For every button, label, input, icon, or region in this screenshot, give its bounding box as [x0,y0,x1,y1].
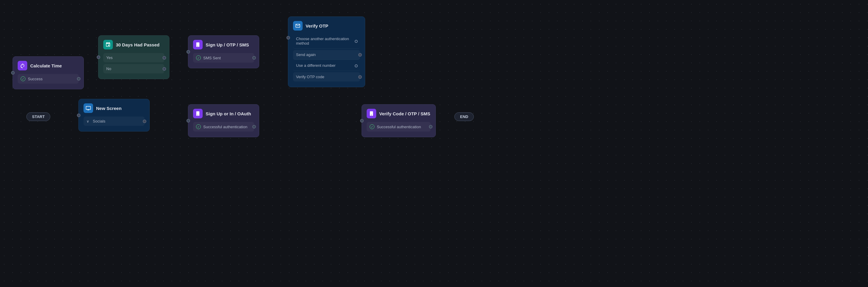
connections-layer: .conn { fill: none; stroke: #4a5568; str… [0,0,90,45]
oauth-success-label: Successful authentication [203,125,247,129]
check-icon-sms: ✓ [196,55,201,60]
diff-number-row[interactable]: Use a different number [293,61,360,71]
flow-canvas[interactable]: .conn { fill: none; stroke: #4a5568; str… [0,0,868,287]
socials-row[interactable]: ∨ Socials [84,117,145,126]
days-passed-node[interactable]: 30 Days Had Passed Yes No [98,35,169,79]
calculate-time-title: Calculate Time [30,63,62,68]
days-yes-row[interactable]: Yes [103,53,164,62]
diff-number-label: Use a different number [296,63,336,68]
end-label: END [460,114,468,119]
verify-code-success-row[interactable]: ✓ Successful authentication [367,122,431,132]
verify-otp-icon [293,21,303,31]
verify-code-success-label: Successful authentication [377,125,421,129]
end-pill: END [454,112,474,121]
yes-label: Yes [106,55,113,60]
signup-otp-title: Sign Up / OTP / SMS [206,42,249,47]
verify-otp-title: Verify OTP [306,23,328,28]
oauth-header: Sign Up or In / OAuth [193,109,254,118]
socials-label: Socials [93,119,105,123]
port-sms-right [252,56,256,60]
oauth-node[interactable]: Sign Up or In / OAuth ✓ Successful authe… [188,104,259,137]
port-socials-right [143,119,146,123]
new-screen-port-left [77,114,81,117]
signup-otp-icon [193,40,203,50]
verify-code-icon [367,109,376,118]
days-passed-title: 30 Days Had Passed [116,42,159,47]
port-yes-right [162,56,166,60]
new-screen-header: New Screen [84,103,145,113]
verify-otp-header: Verify OTP [293,21,360,31]
start-pill: START [26,112,50,121]
port-no-right [162,67,166,71]
no-label: No [106,66,111,71]
verify-code-node[interactable]: Verify Code / OTP / SMS ✓ Successful aut… [362,104,436,137]
port-oauth-right [252,125,256,128]
send-again-row[interactable]: Send again [293,50,360,60]
verify-otp-node[interactable]: Verify OTP Choose another authentication… [288,17,365,87]
sms-sent-row[interactable]: ✓ SMS Sent [193,53,254,63]
check-icon: ✓ [21,77,26,81]
port-verify-code-right [429,125,433,128]
days-no-row[interactable]: No [103,64,164,74]
signup-otp-node[interactable]: Sign Up / OTP / SMS ✓ SMS Sent [188,35,259,68]
port-success-right [77,77,81,81]
calculate-time-header: Calculate Time [18,61,79,70]
oauth-icon [193,109,203,118]
calculate-time-icon [18,61,27,70]
days-passed-header: 30 Days Had Passed [103,40,164,50]
signup-otp-header: Sign Up / OTP / SMS [193,40,254,50]
days-icon [103,40,113,50]
radio-choose-auth [355,40,358,43]
success-label: Success [28,77,42,81]
choose-auth-row[interactable]: Choose another authentication method [293,34,360,49]
new-screen-icon [84,103,93,113]
check-icon-verify: ✓ [370,124,374,129]
choose-auth-label: Choose another authentication method [296,36,357,46]
radio-diff-number [355,64,358,67]
port-send-again [358,53,362,57]
verify-code-title: Verify Code / OTP / SMS [379,111,430,116]
verify-code-header: Verify Code / OTP / SMS [367,109,431,118]
calculate-time-node[interactable]: Calculate Time ✓ Success [12,56,84,89]
signup-otp-port-left [186,50,190,54]
days-port-left [97,55,100,59]
new-screen-node[interactable]: New Screen ∨ Socials [79,99,150,132]
send-again-label: Send again [296,52,316,57]
oauth-title: Sign Up or In / OAuth [206,111,251,116]
oauth-success-row[interactable]: ✓ Successful authentication [193,122,254,132]
port-verify-otp-code [358,75,362,79]
check-icon-oauth: ✓ [196,124,201,129]
oauth-port-left [186,119,190,122]
port-left [11,71,15,75]
sms-sent-label: SMS Sent [203,56,221,60]
new-screen-title: New Screen [96,106,122,111]
verify-code-port-left [360,119,364,122]
verify-otp-code-row[interactable]: Verify OTP code [293,72,360,82]
verify-otp-code-label: Verify OTP code [296,75,324,79]
start-label: START [32,114,44,119]
calculate-time-row-success[interactable]: ✓ Success [18,74,79,84]
verify-otp-port-left [286,36,290,39]
